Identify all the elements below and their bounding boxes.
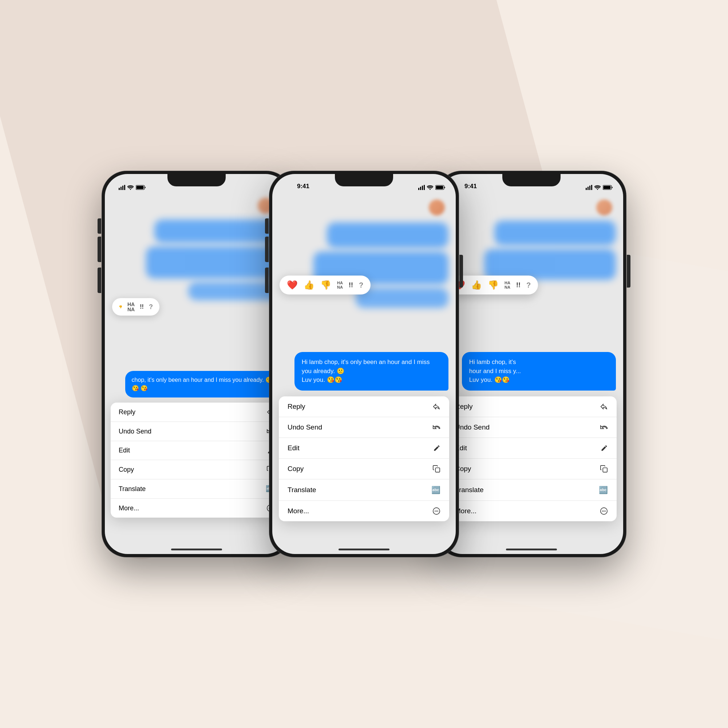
signal-icon-right xyxy=(586,185,592,190)
menu-more-right[interactable]: More... xyxy=(446,501,616,521)
tapback-heart-center[interactable]: ❤️ xyxy=(287,280,298,290)
translate-icon-right: 🔤 xyxy=(599,486,608,494)
svg-rect-15 xyxy=(424,185,425,190)
edit-icon-center xyxy=(433,444,440,452)
tapback-exclaim-left[interactable]: !! xyxy=(140,304,144,310)
reply-icon-right xyxy=(600,402,608,411)
tapback-thumbdown-center[interactable]: 👎 xyxy=(320,280,331,290)
svg-rect-5 xyxy=(136,186,144,189)
menu-edit-right[interactable]: Edit xyxy=(446,438,616,459)
menu-reply-label-center: Reply xyxy=(288,402,305,411)
phone-right: 9:41 xyxy=(437,171,626,557)
copy-icon-center xyxy=(433,465,440,473)
menu-undo-right[interactable]: Undo Send xyxy=(446,417,616,438)
wifi-icon xyxy=(127,185,134,190)
menu-undo-center[interactable]: Undo Send xyxy=(279,417,449,438)
menu-translate-label-right: Translate xyxy=(455,486,484,494)
notch-left xyxy=(167,174,226,187)
svg-rect-2 xyxy=(122,186,123,190)
reply-icon-center xyxy=(433,402,440,411)
message-bubble-center: Hi lamb chop, it's only been an hour and… xyxy=(294,352,448,391)
tapback-thumbdown-right[interactable]: 👎 xyxy=(488,280,499,290)
signal-icon-center xyxy=(418,185,425,190)
menu-undo-left[interactable]: Undo Send xyxy=(111,422,283,441)
svg-point-21 xyxy=(436,511,437,512)
undo-icon-right xyxy=(600,423,608,431)
menu-reply-left[interactable]: Reply xyxy=(111,402,283,422)
tapback-bar-left: 👎 HANA !! ? xyxy=(112,298,159,316)
svg-rect-1 xyxy=(121,187,122,190)
battery-icon-center xyxy=(435,185,445,190)
tapback-question-center[interactable]: ? xyxy=(359,281,363,289)
svg-rect-0 xyxy=(119,188,120,190)
menu-reply-center[interactable]: Reply xyxy=(279,396,449,417)
menu-reply-right[interactable]: Reply xyxy=(446,396,616,417)
copy-icon-right xyxy=(600,465,608,473)
menu-undo-label-right: Undo Send xyxy=(455,423,489,431)
menu-translate-label-center: Translate xyxy=(288,486,316,494)
menu-more-center[interactable]: More... xyxy=(279,501,449,521)
tapback-thumbdown-left[interactable]: 👎 xyxy=(119,305,122,309)
menu-translate-center[interactable]: Translate 🔤 xyxy=(279,479,449,501)
menu-more-left[interactable]: More... xyxy=(111,499,283,518)
menu-translate-right[interactable]: Translate 🔤 xyxy=(446,479,616,501)
phone-center: 9:41 xyxy=(269,171,459,557)
wifi-icon-center xyxy=(427,185,433,190)
home-indicator-right xyxy=(506,549,557,551)
menu-edit-label-center: Edit xyxy=(288,444,300,452)
phone-left: 👎 HANA !! ? chop, it's only been an hour… xyxy=(102,171,291,557)
blurred-bg-left xyxy=(105,194,288,304)
context-menu-center: Reply Undo Send Edit Copy xyxy=(279,396,449,521)
menu-edit-left[interactable]: Edit xyxy=(111,441,283,460)
menu-more-label-center: More... xyxy=(288,507,309,515)
context-area-right: ❤️ 👍 👎 HANA !! ? Hi lamb chop, it'shour … xyxy=(440,352,623,521)
signal-icon xyxy=(119,185,125,190)
tapback-question-right[interactable]: ? xyxy=(526,281,531,289)
tapback-haha-left[interactable]: HANA xyxy=(127,302,135,312)
svg-point-31 xyxy=(602,511,603,512)
menu-copy-right[interactable]: Copy xyxy=(446,459,616,479)
time-right: 9:41 xyxy=(465,183,477,190)
undo-icon-center xyxy=(433,423,440,431)
context-menu-left: Reply Undo Send Edit Copy xyxy=(111,402,283,518)
svg-point-20 xyxy=(434,511,436,512)
svg-rect-26 xyxy=(591,185,592,190)
svg-point-22 xyxy=(437,511,438,512)
svg-rect-29 xyxy=(603,468,607,472)
svg-rect-24 xyxy=(587,187,589,190)
tapback-haha-right[interactable]: HANA xyxy=(505,281,510,289)
notch-right xyxy=(502,174,561,187)
home-indicator-left xyxy=(171,549,222,551)
battery-icon xyxy=(136,185,146,190)
menu-copy-left[interactable]: Copy xyxy=(111,460,283,479)
tapback-haha-center[interactable]: HANA xyxy=(337,281,343,289)
message-bubble-left: chop, it's only been an hour and I miss … xyxy=(125,371,281,398)
svg-rect-18 xyxy=(435,468,440,472)
svg-rect-25 xyxy=(589,186,590,190)
edit-icon-right xyxy=(601,444,608,452)
context-area-left: 👎 HANA !! ? chop, it's only been an hour… xyxy=(105,371,288,518)
message-bubble-right: Hi lamb chop, it'shour and I miss y...Lu… xyxy=(462,352,616,391)
menu-undo-label-center: Undo Send xyxy=(288,423,322,431)
battery-icon-right xyxy=(603,185,613,190)
tapback-question-left[interactable]: ? xyxy=(149,303,153,311)
context-area-center: ❤️ 👍 👎 HANA !! ? Hi lamb chop, it's only… xyxy=(272,352,456,521)
svg-rect-12 xyxy=(418,188,419,190)
more-icon-center xyxy=(433,507,440,515)
svg-rect-13 xyxy=(420,187,421,190)
svg-point-32 xyxy=(604,511,605,512)
menu-copy-center[interactable]: Copy xyxy=(279,459,449,479)
tapback-thumbup-right[interactable]: 👍 xyxy=(471,280,482,290)
svg-rect-23 xyxy=(586,188,587,190)
tapback-exclaim-right[interactable]: !! xyxy=(516,281,520,289)
time-center: 9:41 xyxy=(297,183,309,190)
notch-center xyxy=(335,174,393,187)
menu-copy-label-center: Copy xyxy=(288,465,304,473)
menu-translate-left[interactable]: Translate 🔤 xyxy=(111,479,283,499)
tapback-thumbup-center[interactable]: 👍 xyxy=(304,280,315,290)
svg-point-33 xyxy=(605,511,606,512)
tapback-exclaim-center[interactable]: !! xyxy=(349,281,353,289)
svg-rect-17 xyxy=(436,186,444,189)
menu-edit-center[interactable]: Edit xyxy=(279,438,449,459)
wifi-icon-right xyxy=(594,185,601,190)
